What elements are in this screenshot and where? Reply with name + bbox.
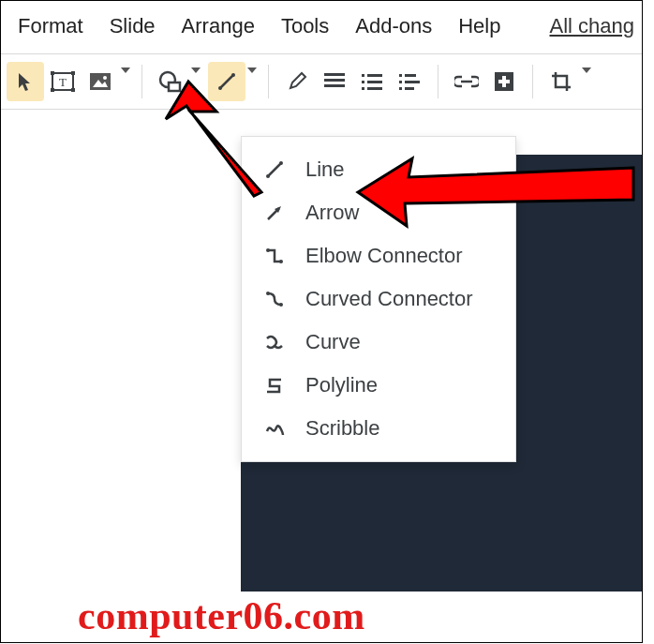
svg-rect-25 <box>399 81 402 83</box>
separator <box>532 65 533 98</box>
menu-addons[interactable]: Add-ons <box>342 10 445 42</box>
menu-item-label: Scribble <box>305 416 379 441</box>
svg-rect-19 <box>362 81 364 83</box>
image-tool-button[interactable] <box>82 62 119 101</box>
menu-item-label: Elbow Connector <box>305 244 463 268</box>
menu-item-label: Arrow <box>305 201 359 225</box>
svg-point-8 <box>103 76 107 80</box>
image-icon <box>89 72 111 91</box>
scribble-icon <box>262 416 287 441</box>
separator <box>438 65 438 98</box>
svg-rect-26 <box>405 81 420 83</box>
svg-point-38 <box>279 260 283 263</box>
menu-tools[interactable]: Tools <box>268 10 342 42</box>
add-button[interactable] <box>485 62 523 101</box>
watermark: computer06.com <box>78 593 365 638</box>
svg-rect-31 <box>498 80 510 83</box>
svg-rect-28 <box>405 87 414 90</box>
svg-rect-27 <box>399 87 402 90</box>
cursor-icon <box>16 71 35 92</box>
crop-icon <box>551 71 572 92</box>
svg-point-40 <box>279 303 283 307</box>
chevron-down-icon <box>582 73 591 90</box>
elbow-icon <box>262 244 287 268</box>
app-window: Format Slide Arrange Tools Add-ons Help … <box>0 0 643 643</box>
svg-rect-4 <box>71 88 75 92</box>
textbox-tool-button[interactable]: T <box>44 62 82 101</box>
pen-tool-button[interactable] <box>278 62 316 101</box>
menu-item-curved-connector[interactable]: Curved Connector <box>242 277 515 321</box>
svg-rect-2 <box>71 71 75 75</box>
svg-rect-21 <box>362 87 364 90</box>
pen-icon <box>287 71 307 92</box>
svg-point-39 <box>266 292 270 295</box>
list-icon <box>362 73 382 90</box>
plus-box-icon <box>494 71 514 92</box>
chevron-down-icon <box>121 73 130 90</box>
annotation-arrow-2 <box>352 151 643 245</box>
list1-button[interactable] <box>353 62 391 101</box>
list2-button[interactable] <box>391 62 428 101</box>
toolbar: T <box>1 53 642 110</box>
menu-item-label: Line <box>305 157 345 182</box>
menu-item-label: Curved Connector <box>305 287 473 311</box>
list2-icon <box>399 73 420 90</box>
menu-help[interactable]: Help <box>445 10 513 42</box>
svg-text:T: T <box>59 75 67 89</box>
curve-icon <box>262 330 287 354</box>
link-button[interactable] <box>448 62 485 101</box>
svg-rect-6 <box>90 73 111 90</box>
svg-point-37 <box>266 248 270 252</box>
svg-rect-18 <box>367 74 382 77</box>
svg-rect-24 <box>405 74 416 77</box>
menu-item-curve[interactable]: Curve <box>242 321 515 364</box>
svg-rect-20 <box>367 81 382 83</box>
svg-rect-17 <box>362 74 364 77</box>
menu-format[interactable]: Format <box>5 10 97 42</box>
separator <box>141 65 142 98</box>
menu-item-label: Polyline <box>305 373 378 397</box>
align-button[interactable] <box>316 62 353 101</box>
link-icon <box>454 75 479 88</box>
textbox-icon: T <box>51 70 75 93</box>
menu-item-label: Curve <box>305 330 361 354</box>
select-tool-button[interactable] <box>7 62 44 101</box>
menu-slide[interactable]: Slide <box>97 10 169 42</box>
menu-item-scribble[interactable]: Scribble <box>242 407 515 450</box>
menu-arrange[interactable]: Arrange <box>169 10 268 42</box>
crop-button[interactable] <box>543 62 580 101</box>
all-changes-saved[interactable]: All chang <box>549 14 638 38</box>
svg-rect-16 <box>324 84 345 87</box>
annotation-arrow-1 <box>160 74 282 205</box>
polyline-icon <box>262 373 287 397</box>
canvas-area: Line Arrow Elbow Connector Curved Connec… <box>1 102 642 642</box>
menu-item-polyline[interactable]: Polyline <box>242 364 515 407</box>
svg-rect-3 <box>51 88 54 92</box>
svg-rect-22 <box>367 87 382 90</box>
svg-rect-15 <box>324 79 345 82</box>
align-icon <box>324 73 345 90</box>
menubar: Format Slide Arrange Tools Add-ons Help … <box>1 1 642 53</box>
curved-connector-icon <box>262 287 287 311</box>
svg-rect-23 <box>399 74 402 77</box>
svg-rect-14 <box>324 73 345 76</box>
svg-rect-1 <box>51 71 54 75</box>
